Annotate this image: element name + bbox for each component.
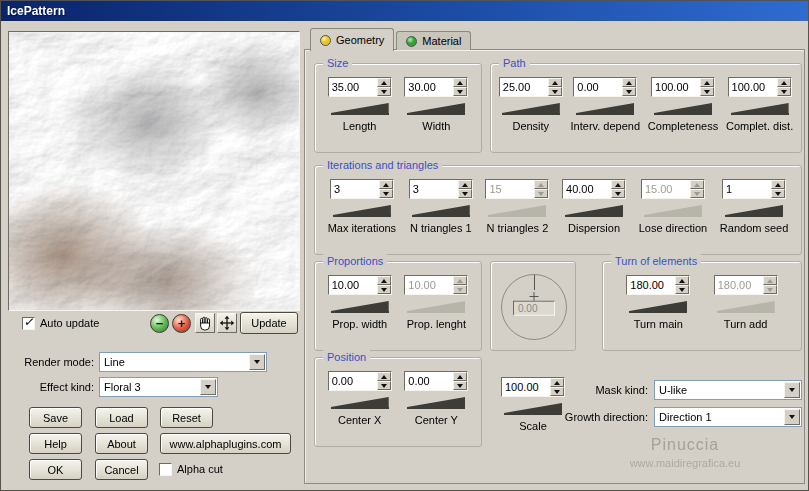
spin-up-button[interactable]: [675, 276, 689, 285]
alpha-cut-checkbox[interactable]: ✓ Alpha cut: [159, 462, 223, 476]
spin-up-button[interactable]: [534, 180, 548, 189]
help-button[interactable]: Help: [29, 433, 82, 454]
slider-length[interactable]: [331, 103, 389, 115]
spin-down-button[interactable]: [548, 87, 562, 96]
save-button[interactable]: Save: [29, 407, 82, 428]
spin-down-button[interactable]: [377, 285, 391, 294]
preview-image[interactable]: [8, 31, 300, 311]
auto-update-checkbox[interactable]: ✓ Auto update: [22, 316, 99, 330]
spinbox-center-y[interactable]: 0.00: [404, 371, 468, 391]
slider-prop-lenght[interactable]: [407, 301, 465, 313]
spin-up-button[interactable]: [458, 180, 472, 189]
update-button[interactable]: Update: [240, 312, 298, 334]
spin-down-button[interactable]: [777, 87, 791, 96]
spin-down-button[interactable]: [377, 381, 391, 390]
zoom-out-button[interactable]: −: [150, 314, 169, 333]
chevron-down-icon[interactable]: [784, 409, 800, 425]
slider-center-x[interactable]: [331, 397, 389, 409]
render-mode-select[interactable]: Line: [99, 352, 267, 372]
chevron-down-icon[interactable]: [249, 354, 265, 370]
spin-up-button[interactable]: [453, 78, 467, 87]
spin-up-button[interactable]: [700, 78, 714, 87]
spinbox-prop-lenght[interactable]: 10.00: [404, 275, 468, 295]
spinbox-length[interactable]: 35.00: [328, 77, 392, 97]
tab-geometry[interactable]: Geometry: [310, 28, 394, 51]
slider-interv-depend[interactable]: [576, 103, 634, 115]
slider-prop-width[interactable]: [331, 301, 389, 313]
load-button[interactable]: Load: [95, 407, 148, 428]
pan-hand-button[interactable]: [195, 313, 215, 333]
ok-button[interactable]: OK: [29, 459, 82, 480]
mask-kind-select[interactable]: U-like: [654, 380, 802, 400]
slider-n-triangles-2[interactable]: [488, 205, 546, 217]
spinbox-max-iterations[interactable]: 3: [330, 179, 394, 199]
slider-n-triangles-1[interactable]: [412, 205, 470, 217]
chevron-down-icon[interactable]: [200, 379, 216, 395]
spin-up-button[interactable]: [379, 180, 393, 189]
spin-down-button[interactable]: [690, 189, 704, 198]
spin-up-button[interactable]: [763, 276, 777, 285]
spinbox-width[interactable]: 30.00: [404, 77, 468, 97]
slider-lose-direction[interactable]: [644, 205, 702, 217]
spin-down-button[interactable]: [700, 87, 714, 96]
spin-up-button[interactable]: [453, 372, 467, 381]
tab-material[interactable]: Material: [396, 31, 471, 50]
spinbox-density[interactable]: 25.00: [499, 77, 563, 97]
growth-direction-select[interactable]: Direction 1: [654, 407, 802, 427]
spin-down-button[interactable]: [675, 285, 689, 294]
spinbox-dispersion[interactable]: 40.00: [562, 179, 626, 199]
spin-up-button[interactable]: [777, 78, 791, 87]
spinbox-n-triangles-1[interactable]: 3: [409, 179, 473, 199]
effect-kind-select[interactable]: Floral 3: [99, 377, 218, 397]
spin-up-button[interactable]: [548, 78, 562, 87]
slider-complet-dist[interactable]: [731, 103, 789, 115]
spinbox-center-x[interactable]: 0.00: [328, 371, 392, 391]
slider-turn-add[interactable]: [717, 301, 775, 313]
spinbox-completeness[interactable]: 100.00: [651, 77, 715, 97]
chevron-down-icon[interactable]: [784, 382, 800, 398]
spinbox-complet-dist[interactable]: 100.00: [728, 77, 792, 97]
spin-down-button[interactable]: [453, 87, 467, 96]
slider-max-iterations[interactable]: [333, 205, 391, 217]
spin-down-button[interactable]: [379, 189, 393, 198]
titlebar[interactable]: IcePattern: [1, 1, 808, 21]
spin-up-button[interactable]: [690, 180, 704, 189]
spin-down-button[interactable]: [377, 87, 391, 96]
spinbox-n-triangles-2[interactable]: 15: [485, 179, 549, 199]
about-button[interactable]: About: [95, 433, 148, 454]
spinbox-interv-depend[interactable]: 0.00: [573, 77, 637, 97]
spin-up-button[interactable]: [771, 180, 785, 189]
spin-down-button[interactable]: [453, 381, 467, 390]
spin-up-button[interactable]: [377, 372, 391, 381]
spinbox-prop-width[interactable]: 10.00: [328, 275, 392, 295]
spinbox-turn-main[interactable]: 180.00: [626, 275, 690, 295]
spin-down-button[interactable]: [453, 285, 467, 294]
spin-up-button[interactable]: [453, 276, 467, 285]
zoom-in-button[interactable]: +: [172, 314, 191, 333]
slider-random-seed[interactable]: [725, 205, 783, 217]
slider-width[interactable]: [407, 103, 465, 115]
spinbox-lose-direction[interactable]: 15.00: [641, 179, 705, 199]
spin-down-button[interactable]: [763, 285, 777, 294]
spin-up-button[interactable]: [622, 78, 636, 87]
spin-down-button[interactable]: [611, 189, 625, 198]
slider-turn-main[interactable]: [629, 301, 687, 313]
spinbox-turn-add[interactable]: 180.00: [714, 275, 778, 295]
slider-dispersion[interactable]: [565, 205, 623, 217]
spin-up-button[interactable]: [377, 78, 391, 87]
spin-down-button[interactable]: [622, 87, 636, 96]
reset-button[interactable]: Reset: [160, 407, 213, 428]
spinbox-random-seed[interactable]: 1: [722, 179, 786, 199]
direction-dial[interactable]: 0.00: [501, 274, 567, 340]
spin-up-button[interactable]: [611, 180, 625, 189]
slider-center-y[interactable]: [407, 397, 465, 409]
move-button[interactable]: [217, 313, 237, 333]
spin-down-button[interactable]: [534, 189, 548, 198]
spin-down-button[interactable]: [771, 189, 785, 198]
spin-down-button[interactable]: [458, 189, 472, 198]
slider-completeness[interactable]: [654, 103, 712, 115]
cancel-button[interactable]: Cancel: [95, 459, 148, 480]
spin-up-button[interactable]: [377, 276, 391, 285]
slider-density[interactable]: [502, 103, 560, 115]
alphaplugins-website-button[interactable]: www.alphaplugins.com: [160, 433, 291, 454]
